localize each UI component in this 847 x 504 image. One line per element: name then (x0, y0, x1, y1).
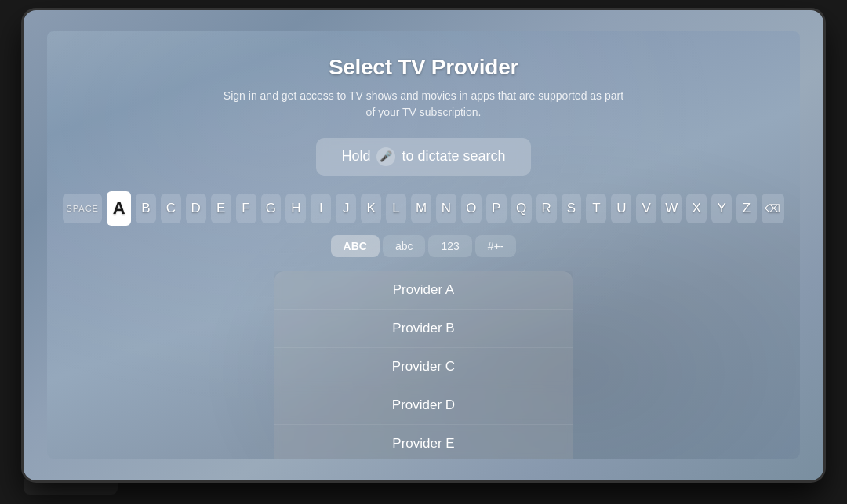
key-M[interactable]: M (411, 194, 431, 223)
key-P[interactable]: P (486, 194, 507, 223)
key-G[interactable]: G (261, 194, 282, 223)
key-X[interactable]: X (686, 194, 707, 223)
key-O[interactable]: O (461, 194, 482, 223)
key-H[interactable]: H (285, 194, 306, 223)
key-W[interactable]: W (661, 194, 682, 223)
key-Y[interactable]: Y (711, 194, 732, 223)
key-T[interactable]: T (586, 194, 606, 223)
provider-b[interactable]: Provider B (274, 310, 573, 348)
mode-ABC[interactable]: ABC (331, 235, 380, 257)
key-Q[interactable]: Q (511, 194, 532, 223)
key-A[interactable]: A (107, 191, 131, 226)
dictate-suffix: to dictate search (402, 148, 505, 165)
page-title: Select TV Provider (329, 55, 518, 80)
space-key[interactable]: SPACE (63, 194, 102, 223)
key-L[interactable]: L (386, 194, 406, 223)
key-Z[interactable]: Z (736, 194, 757, 223)
key-J[interactable]: J (336, 194, 356, 223)
tv-stand (24, 479, 118, 495)
providers-list: Provider A Provider B Provider C Provide… (274, 271, 573, 459)
provider-a[interactable]: Provider A (274, 271, 573, 310)
key-K[interactable]: K (361, 194, 381, 223)
key-R[interactable]: R (536, 194, 557, 223)
key-S[interactable]: S (562, 194, 582, 223)
key-I[interactable]: I (311, 194, 331, 223)
mode-123[interactable]: 123 (428, 235, 471, 257)
tv-frame: Select TV Provider Sign in and get acces… (24, 10, 823, 480)
key-E[interactable]: E (211, 194, 231, 223)
key-C[interactable]: C (161, 194, 181, 223)
tv-body: Select TV Provider Sign in and get acces… (24, 10, 823, 495)
main-content: Select TV Provider Sign in and get acces… (47, 55, 800, 459)
mode-abc[interactable]: abc (383, 235, 426, 257)
key-U[interactable]: U (611, 194, 631, 223)
provider-e[interactable]: Provider E (274, 425, 573, 459)
backspace-key[interactable]: ⌫ (762, 194, 784, 223)
key-B[interactable]: B (136, 194, 156, 223)
key-F[interactable]: F (236, 194, 256, 223)
keyboard-row: SPACE A B C D E F G H I J K L M N O P (47, 191, 800, 226)
provider-c[interactable]: Provider C (274, 348, 573, 386)
key-V[interactable]: V (636, 194, 656, 223)
key-D[interactable]: D (186, 194, 206, 223)
tv-screen: Select TV Provider Sign in and get acces… (47, 31, 800, 459)
mode-symbols[interactable]: #+- (475, 235, 517, 257)
key-N[interactable]: N (436, 194, 456, 223)
provider-d[interactable]: Provider D (274, 386, 573, 425)
page-subtitle: Sign in and get access to TV shows and m… (220, 88, 627, 121)
mic-icon: 🎤 (376, 147, 395, 166)
keyboard-mode-row: ABC abc 123 #+- (331, 235, 517, 257)
hold-label: Hold (341, 148, 370, 165)
dictate-button[interactable]: Hold 🎤 to dictate search (316, 138, 530, 176)
